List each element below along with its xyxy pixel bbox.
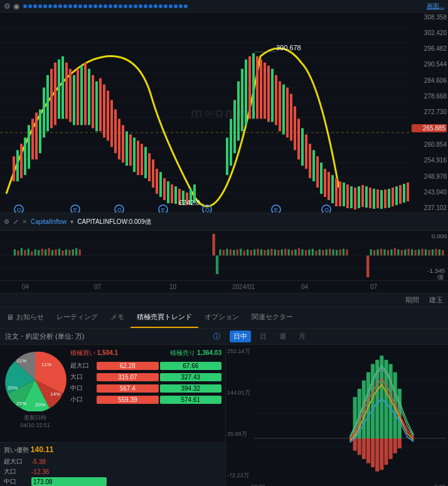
svg-rect-175 bbox=[298, 248, 300, 256]
svg-rect-20 bbox=[43, 88, 45, 138]
svg-rect-244 bbox=[375, 438, 379, 472]
svg-rect-197 bbox=[390, 250, 392, 256]
svg-rect-148 bbox=[75, 248, 77, 256]
svg-text:Q: Q bbox=[117, 207, 122, 213]
mini-chart-svg bbox=[254, 347, 445, 480]
svg-rect-150 bbox=[212, 234, 215, 256]
svg-rect-34 bbox=[95, 82, 98, 132]
svg-rect-41 bbox=[122, 125, 124, 162]
update-info: 更新日時 04/10 22:51 bbox=[20, 414, 50, 428]
svg-rect-48 bbox=[148, 153, 151, 181]
svg-rect-199 bbox=[397, 250, 399, 256]
svg-rect-242 bbox=[366, 438, 370, 463]
settings-icon[interactable]: ⚙ bbox=[4, 218, 9, 225]
svg-rect-167 bbox=[270, 249, 272, 256]
svg-rect-13 bbox=[16, 150, 19, 181]
svg-rect-43 bbox=[129, 134, 132, 166]
gear-icon[interactable]: ⚙ bbox=[4, 2, 11, 11]
x-axis-labels: 22:30 5:00 bbox=[251, 483, 445, 486]
svg-rect-67 bbox=[248, 56, 251, 119]
svg-rect-108 bbox=[403, 184, 405, 203]
svg-rect-130 bbox=[14, 250, 16, 256]
price-308: 308.358 bbox=[412, 14, 447, 21]
svg-rect-196 bbox=[387, 250, 389, 256]
svg-rect-36 bbox=[103, 85, 105, 138]
svg-rect-85 bbox=[316, 156, 319, 188]
svg-rect-137 bbox=[38, 250, 40, 256]
tab-memo[interactable]: メモ bbox=[104, 307, 131, 328]
update-date-label: 更新日時 bbox=[20, 414, 50, 422]
svg-rect-171 bbox=[284, 249, 286, 256]
period-label[interactable]: 期間 bbox=[405, 295, 419, 305]
svg-rect-248 bbox=[393, 438, 397, 453]
svg-rect-79 bbox=[294, 107, 296, 151]
svg-rect-100 bbox=[373, 189, 375, 209]
svg-rect-186 bbox=[336, 250, 338, 256]
svg-rect-208 bbox=[428, 250, 430, 256]
panel-header: 注文・約定分析 (単位: 万) ⓘ bbox=[0, 329, 225, 345]
bottom-section: 注文・約定分析 (単位: 万) ⓘ 11% 14% bbox=[0, 329, 448, 486]
sub-tab-day[interactable]: 日 bbox=[256, 330, 270, 342]
svg-rect-27 bbox=[69, 69, 72, 122]
date-10: 10 bbox=[169, 283, 176, 290]
svg-rect-136 bbox=[35, 250, 36, 256]
svg-rect-47 bbox=[144, 147, 147, 178]
svg-rect-141 bbox=[51, 250, 53, 256]
svg-rect-236 bbox=[389, 364, 393, 438]
svg-rect-92 bbox=[343, 182, 345, 206]
y-label-1: 144.01万 bbox=[227, 389, 250, 397]
price-260: 260.854 bbox=[412, 141, 447, 148]
order-row-0: 超大口 62.28 67.66 bbox=[70, 361, 221, 370]
svg-rect-28 bbox=[73, 75, 75, 125]
svg-rect-37 bbox=[107, 91, 109, 141]
tab-rating[interactable]: レーティング bbox=[50, 307, 104, 328]
svg-rect-51 bbox=[159, 172, 162, 197]
tab-notifications[interactable]: 🖥 お知らせ bbox=[0, 307, 50, 328]
svg-rect-82 bbox=[305, 134, 307, 169]
circle-icon[interactable]: ◉ bbox=[13, 2, 19, 11]
svg-rect-183 bbox=[326, 250, 328, 256]
close-icon[interactable]: ✕ bbox=[22, 218, 27, 225]
svg-rect-103 bbox=[384, 189, 387, 208]
svg-rect-188 bbox=[343, 249, 344, 256]
price-265-highlighted: 265.885 bbox=[412, 124, 447, 132]
sub-chart: 0.000 -1.345 億 bbox=[0, 231, 448, 281]
svg-rect-68 bbox=[252, 53, 255, 119]
expand-icon[interactable]: ⤢ bbox=[13, 218, 18, 225]
capital-value: CAPITALINFLOW:0.009億 bbox=[77, 218, 151, 226]
info-icon[interactable]: ⓘ bbox=[213, 332, 220, 341]
svg-rect-132 bbox=[21, 248, 23, 256]
position-label[interactable]: 建玉 bbox=[429, 295, 443, 305]
svg-rect-163 bbox=[257, 249, 259, 256]
top-link[interactable]: 画面... bbox=[427, 2, 444, 11]
svg-rect-165 bbox=[264, 250, 265, 256]
svg-rect-83 bbox=[309, 144, 311, 178]
svg-rect-247 bbox=[389, 438, 393, 459]
svg-text:Q: Q bbox=[324, 207, 329, 213]
svg-rect-78 bbox=[290, 94, 292, 141]
svg-rect-19 bbox=[39, 110, 41, 154]
svg-rect-63 bbox=[233, 100, 236, 154]
svg-rect-241 bbox=[362, 438, 366, 459]
tab-active-trade[interactable]: 積極売買トレンド bbox=[131, 307, 198, 328]
svg-rect-62 bbox=[230, 119, 232, 166]
svg-rect-31 bbox=[84, 63, 87, 125]
sub-tab-week[interactable]: 週 bbox=[275, 330, 290, 342]
svg-rect-153 bbox=[223, 250, 225, 256]
sub-tab-month[interactable]: 月 bbox=[295, 330, 309, 342]
svg-text:億: 億 bbox=[437, 274, 443, 280]
tab-related-sector[interactable]: 関連セクター bbox=[245, 307, 299, 328]
svg-rect-29 bbox=[77, 69, 79, 125]
period-row: 期間 建玉 bbox=[0, 293, 448, 307]
svg-rect-172 bbox=[288, 250, 290, 256]
sell-header-label: 積極売り 1,364.03 bbox=[170, 349, 221, 357]
sub-tab-bar: 日中 日 週 月 bbox=[226, 329, 448, 345]
svg-rect-80 bbox=[297, 119, 300, 159]
sub-tab-intraday[interactable]: 日中 bbox=[230, 330, 251, 342]
svg-text:Q: Q bbox=[17, 207, 21, 213]
svg-rect-155 bbox=[230, 250, 232, 256]
tab-options[interactable]: オプション bbox=[198, 307, 245, 328]
capital-label[interactable]: CapitalInflow bbox=[31, 218, 67, 225]
svg-rect-72 bbox=[267, 66, 270, 122]
svg-rect-26 bbox=[65, 63, 68, 119]
